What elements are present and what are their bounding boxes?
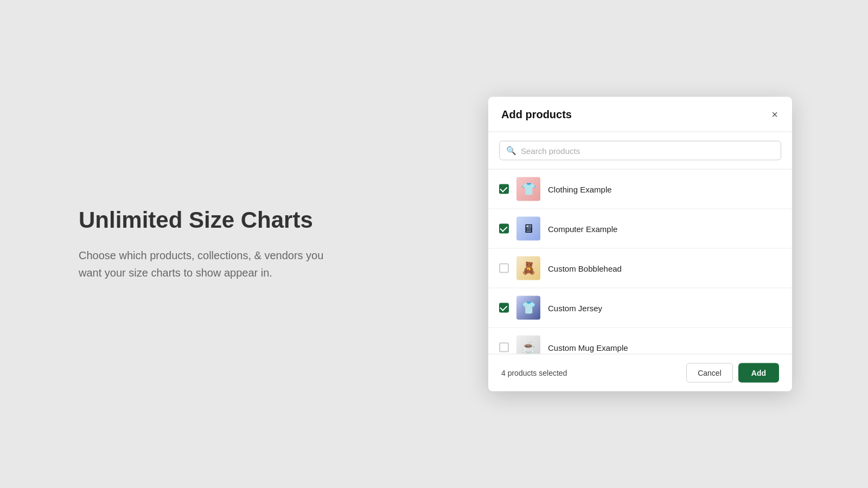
product-thumbnail: 👕 <box>516 177 540 201</box>
product-name: Custom Jersey <box>548 303 602 312</box>
background-content: Unlimited Size Charts Choose which produ… <box>79 207 339 281</box>
product-checkbox[interactable] <box>499 264 509 273</box>
product-name: Computer Example <box>548 224 617 233</box>
cancel-button[interactable]: Cancel <box>686 363 733 383</box>
search-icon: 🔍 <box>506 146 516 156</box>
search-input[interactable] <box>521 146 774 155</box>
list-item[interactable]: 👕Custom Jersey <box>488 288 792 328</box>
product-name: Custom Mug Example <box>548 343 628 352</box>
list-item[interactable]: 🖥Computer Example <box>488 209 792 249</box>
product-checkbox[interactable] <box>499 303 509 313</box>
modal-title: Add products <box>501 108 572 120</box>
page-title: Unlimited Size Charts <box>79 207 339 234</box>
product-thumbnail: 🧸 <box>516 256 540 280</box>
product-checkbox[interactable] <box>499 224 509 234</box>
modal-header: Add products × <box>488 97 792 132</box>
product-thumbnail: 👕 <box>516 296 540 320</box>
product-checkbox[interactable] <box>499 343 509 352</box>
product-name: Clothing Example <box>548 184 612 194</box>
search-section: 🔍 <box>488 132 792 170</box>
product-thumbnail: ☕ <box>516 336 540 354</box>
list-item[interactable]: ☕Custom Mug Example <box>488 328 792 354</box>
add-button[interactable]: Add <box>738 363 779 383</box>
product-name: Custom Bobblehead <box>548 264 622 273</box>
search-wrapper: 🔍 <box>499 141 781 160</box>
footer-buttons: Cancel Add <box>686 363 779 383</box>
product-thumbnail: 🖥 <box>516 217 540 241</box>
product-checkbox[interactable] <box>499 184 509 194</box>
modal-footer: 4 products selected Cancel Add <box>488 354 792 391</box>
close-button[interactable]: × <box>770 108 779 121</box>
list-item[interactable]: 👕Clothing Example <box>488 170 792 209</box>
list-item[interactable]: 🧸Custom Bobblehead <box>488 249 792 288</box>
selected-count: 4 products selected <box>501 369 567 377</box>
add-products-modal: Add products × 🔍 👕Clothing Example🖥Compu… <box>488 97 792 391</box>
page-description: Choose which products, collections, & ve… <box>79 247 339 281</box>
product-list: 👕Clothing Example🖥Computer Example🧸Custo… <box>488 170 792 354</box>
modal-overlay: Add products × 🔍 👕Clothing Example🖥Compu… <box>488 97 792 391</box>
